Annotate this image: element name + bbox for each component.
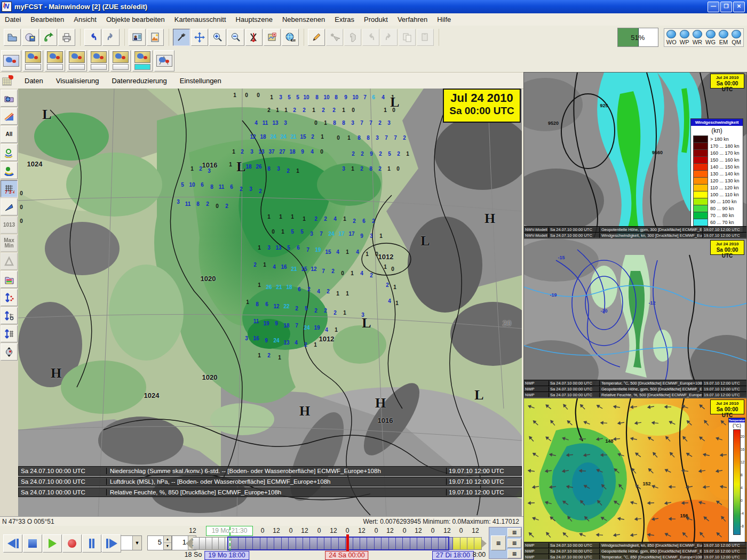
menu-hauptszene[interactable]: Hauptszene: [231, 14, 277, 25]
link-panel-1-button[interactable]: ▦: [507, 528, 521, 537]
timeline-cell[interactable]: [467, 537, 474, 550]
timeline-cell[interactable]: [193, 537, 200, 550]
grid-values-button[interactable]: 7 3 4: [1, 180, 18, 197]
timeline-cell[interactable]: [296, 537, 303, 550]
sort-values-button[interactable]: [1, 289, 18, 306]
palette-folder-button[interactable]: [1, 271, 18, 288]
tab-daten[interactable]: Daten: [18, 75, 50, 87]
play-button[interactable]: [43, 534, 62, 553]
scene-thumb-6-button[interactable]: [132, 50, 153, 71]
scene-thumb-1-button[interactable]: [23, 50, 43, 71]
timeline-cell[interactable]: [382, 537, 388, 550]
open-button[interactable]: [4, 29, 21, 46]
side-panel-500hpa[interactable]: Jul 24 2010 Sa 00:00 UTC NWPSa 24.07.10 …: [523, 238, 747, 398]
sort-grid-button[interactable]: [1, 325, 18, 342]
timeline-cell[interactable]: [410, 537, 417, 550]
timeline-cell[interactable]: [446, 537, 453, 550]
menu-extras[interactable]: Extras: [330, 14, 359, 25]
menu-verfahren[interactable]: Verfahren: [393, 14, 432, 25]
timeline-cell[interactable]: [253, 537, 260, 550]
timeline-cell[interactable]: [339, 537, 346, 550]
timeline-cell[interactable]: [389, 537, 396, 550]
select-button[interactable]: [173, 29, 190, 46]
side-panel-wind-300[interactable]: Jul 24 2010 Sa 00:00 UTC Windgeschwindig…: [523, 72, 747, 238]
timeline-cell[interactable]: [331, 537, 338, 550]
timeline-cell[interactable]: [274, 537, 281, 550]
maps-overview-button[interactable]: [1, 50, 21, 71]
globe-rotate-button[interactable]: [1, 343, 18, 361]
undo-button[interactable]: [84, 29, 101, 46]
frames-spinner[interactable]: 5 ▲▼: [147, 535, 172, 550]
paste-button[interactable]: [417, 29, 434, 46]
timeline-cell[interactable]: [225, 537, 232, 550]
restore-button[interactable]: ❐: [720, 2, 732, 12]
redo-button[interactable]: [102, 29, 120, 46]
menu-hilfe[interactable]: Hilfe: [432, 14, 456, 25]
timeline-cell[interactable]: [360, 537, 367, 550]
timeline-slider[interactable]: [186, 537, 487, 550]
redo-edit-button[interactable]: [380, 29, 398, 46]
copy-button[interactable]: [399, 29, 416, 46]
all-button-button[interactable]: All: [1, 126, 18, 143]
timeline-cell[interactable]: [282, 537, 289, 550]
link-panel-3-button[interactable]: ▦: [507, 549, 521, 558]
timeline-cell[interactable]: [425, 537, 432, 550]
flag-tool-button[interactable]: [1, 198, 18, 215]
sort-search-button[interactable]: [1, 307, 18, 324]
scene-thumb-2-button[interactable]: [45, 50, 65, 71]
timeline-cell[interactable]: [206, 537, 212, 550]
data-folder-button[interactable]: [1, 90, 18, 107]
timeline-scroll-left-icon[interactable]: [186, 538, 193, 549]
menu-datei[interactable]: Datei: [0, 14, 26, 25]
spinner-up-icon[interactable]: ▲: [164, 536, 171, 543]
timeline-cell[interactable]: [324, 537, 331, 550]
undo-edit-button[interactable]: [362, 29, 379, 46]
hand-button[interactable]: [344, 29, 361, 46]
timeline-cell[interactable]: [460, 537, 467, 550]
timeline-cell[interactable]: [317, 537, 324, 550]
range-start-label[interactable]: 19 Mo 18:00: [204, 551, 249, 560]
timeline-cell[interactable]: [239, 537, 245, 550]
step-back-button[interactable]: [3, 534, 22, 553]
save-button[interactable]: [22, 29, 39, 46]
timeline-cell[interactable]: [417, 537, 424, 550]
globe-km-button[interactable]: km: [282, 29, 299, 46]
isoline-labels-button[interactable]: 1013: [1, 217, 18, 234]
delete-route-button[interactable]: [245, 29, 263, 46]
star-select-button[interactable]: ✱: [326, 29, 343, 46]
tab-datenreduzierung[interactable]: Datenreduzierung: [105, 75, 173, 87]
timeline-cell[interactable]: [219, 537, 225, 550]
current-time-label[interactable]: 24 Sa 00:00: [325, 551, 368, 560]
menu-ansicht[interactable]: Ansicht: [69, 14, 101, 25]
pan-button[interactable]: [191, 29, 208, 46]
side-panel-850hpa[interactable]: Jul 24 2010 Sa 00:00 UTC Temperatur (°C)…: [523, 398, 747, 560]
chevron-down-icon[interactable]: ▼: [132, 536, 141, 550]
timeline-cell[interactable]: [453, 537, 460, 550]
timeline-cell[interactable]: [260, 537, 267, 550]
map-marker-button[interactable]: [264, 29, 281, 46]
menu-objekte-bearbeiten[interactable]: Objekte bearbeiten: [101, 14, 170, 25]
timeline-cell[interactable]: [396, 537, 403, 550]
timeline-cell[interactable]: [375, 537, 382, 550]
link-scenes-button[interactable]: ▦: [491, 535, 506, 550]
timeline-cell[interactable]: [232, 537, 239, 550]
timeline-cell[interactable]: [403, 537, 410, 550]
pause-button[interactable]: [82, 534, 101, 553]
step-forward-button[interactable]: [102, 534, 121, 553]
menu-kartenausschnitt[interactable]: Kartenausschnitt: [170, 14, 231, 25]
timeline-cell[interactable]: [310, 537, 317, 550]
stop-button[interactable]: [23, 534, 42, 553]
timeline-cell[interactable]: [289, 537, 296, 550]
scene-thumb-5-button[interactable]: [110, 50, 131, 71]
zoom-in-button[interactable]: [209, 29, 226, 46]
isolines-button[interactable]: [1, 144, 18, 161]
max-min-button[interactable]: MaxMin: [1, 235, 18, 252]
scene-image-button[interactable]: [147, 29, 164, 46]
timeline-cell[interactable]: [246, 537, 253, 550]
timeline-cell[interactable]: [474, 537, 481, 550]
timeline-cell[interactable]: [200, 537, 206, 550]
scene-thumb-4-button[interactable]: [89, 50, 109, 71]
export-button[interactable]: [40, 29, 57, 46]
tab-visualisierung[interactable]: Visualisierung: [50, 75, 106, 87]
timeline-cell[interactable]: [367, 537, 374, 550]
